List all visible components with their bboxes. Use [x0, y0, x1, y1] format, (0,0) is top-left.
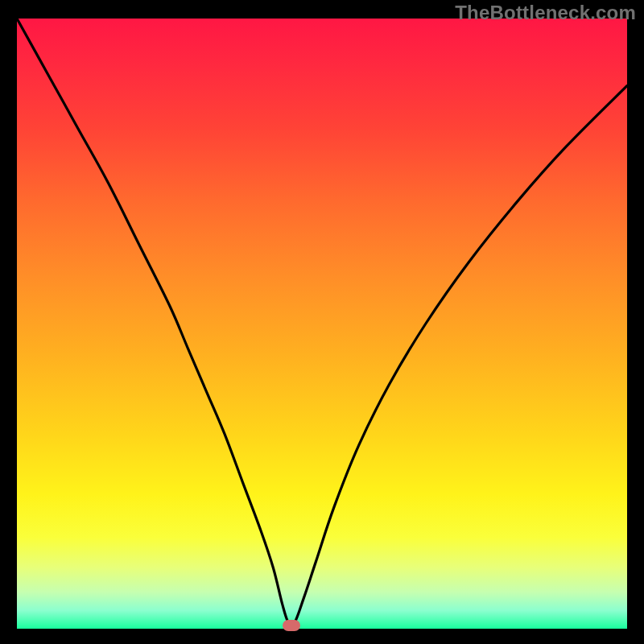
bottleneck-curve	[17, 19, 627, 629]
plot-area	[17, 19, 627, 629]
watermark-text: TheBottleneck.com	[455, 2, 636, 24]
chart-frame: TheBottleneck.com	[0, 0, 644, 644]
optimal-marker	[283, 620, 300, 631]
